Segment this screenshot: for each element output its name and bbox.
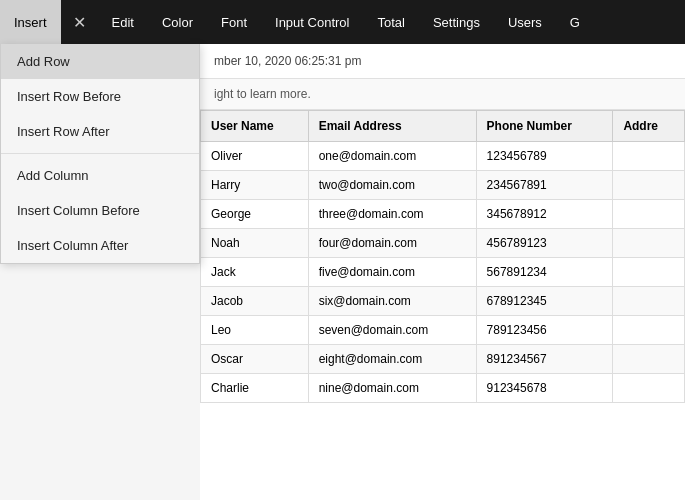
cell-phone: 456789123 [476,229,613,258]
cell-name: George [201,200,309,229]
insert-dropdown: Add Row Insert Row Before Insert Row Aft… [0,44,200,264]
data-table: User Name Email Address Phone Number Add… [200,110,685,403]
cell-phone: 678912345 [476,287,613,316]
dropdown-item-add-row[interactable]: Add Row [1,44,199,79]
cell-phone: 234567891 [476,171,613,200]
col-header-email: Email Address [308,111,476,142]
info-bar: ight to learn more. [200,79,685,110]
cell-address [613,258,685,287]
menu-item-g[interactable]: G [556,0,594,44]
cell-address [613,142,685,171]
dropdown-item-insert-column-before[interactable]: Insert Column Before [1,193,199,228]
col-header-username: User Name [201,111,309,142]
menu-item-total[interactable]: Total [363,0,418,44]
cell-phone: 912345678 [476,374,613,403]
cell-name: Leo [201,316,309,345]
cell-address [613,374,685,403]
cell-address [613,171,685,200]
col-header-phone: Phone Number [476,111,613,142]
table-header-row: User Name Email Address Phone Number Add… [201,111,685,142]
cell-address [613,316,685,345]
cell-address [613,229,685,258]
cell-name: Harry [201,171,309,200]
table-row[interactable]: Charlienine@domain.com912345678 [201,374,685,403]
cell-phone: 345678912 [476,200,613,229]
cell-email: one@domain.com [308,142,476,171]
dropdown-item-add-column[interactable]: Add Column [1,158,199,193]
table-row[interactable]: Harrytwo@domain.com234567891 [201,171,685,200]
cell-name: Charlie [201,374,309,403]
dropdown-item-insert-row-before[interactable]: Insert Row Before [1,79,199,114]
table-row[interactable]: Jacobsix@domain.com678912345 [201,287,685,316]
cell-email: five@domain.com [308,258,476,287]
menu-bar: Insert ✕ Edit Color Font Input Control T… [0,0,685,44]
menu-item-input-control[interactable]: Input Control [261,0,363,44]
cell-phone: 123456789 [476,142,613,171]
dropdown-divider [1,153,199,154]
cell-phone: 567891234 [476,258,613,287]
cell-email: nine@domain.com [308,374,476,403]
cell-email: four@domain.com [308,229,476,258]
table-row[interactable]: Leoseven@domain.com789123456 [201,316,685,345]
table-row[interactable]: Jackfive@domain.com567891234 [201,258,685,287]
menu-item-settings[interactable]: Settings [419,0,494,44]
menu-item-font[interactable]: Font [207,0,261,44]
col-header-address: Addre [613,111,685,142]
menu-item-users[interactable]: Users [494,0,556,44]
cell-phone: 891234567 [476,345,613,374]
table-row[interactable]: Georgethree@domain.com345678912 [201,200,685,229]
table-row[interactable]: Noahfour@domain.com456789123 [201,229,685,258]
cell-email: eight@domain.com [308,345,476,374]
close-insert-icon[interactable]: ✕ [61,0,98,44]
dropdown-item-insert-row-after[interactable]: Insert Row After [1,114,199,149]
date-bar: mber 10, 2020 06:25:31 pm [200,44,685,79]
table-row[interactable]: Oliverone@domain.com123456789 [201,142,685,171]
cell-name: Oscar [201,345,309,374]
cell-address [613,200,685,229]
cell-address [613,345,685,374]
menu-item-insert[interactable]: Insert [0,0,61,44]
dropdown-item-insert-column-after[interactable]: Insert Column After [1,228,199,263]
cell-name: Jack [201,258,309,287]
cell-name: Oliver [201,142,309,171]
table-row[interactable]: Oscareight@domain.com891234567 [201,345,685,374]
cell-email: two@domain.com [308,171,476,200]
cell-email: seven@domain.com [308,316,476,345]
menu-item-color[interactable]: Color [148,0,207,44]
main-content: mber 10, 2020 06:25:31 pm ight to learn … [200,44,685,500]
cell-name: Jacob [201,287,309,316]
cell-name: Noah [201,229,309,258]
cell-phone: 789123456 [476,316,613,345]
table-container[interactable]: User Name Email Address Phone Number Add… [200,110,685,486]
cell-email: three@domain.com [308,200,476,229]
menu-item-edit[interactable]: Edit [98,0,148,44]
cell-email: six@domain.com [308,287,476,316]
cell-address [613,287,685,316]
